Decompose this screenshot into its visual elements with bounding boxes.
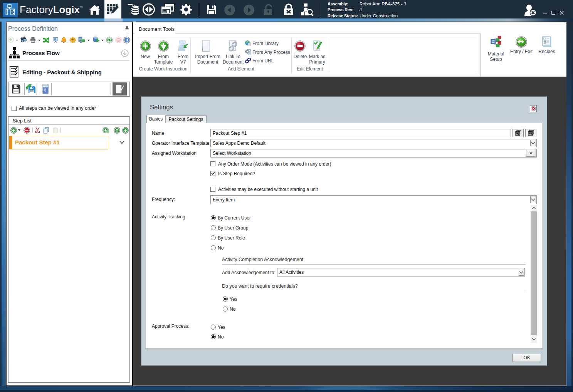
svg-text:WI: WI (492, 40, 495, 43)
